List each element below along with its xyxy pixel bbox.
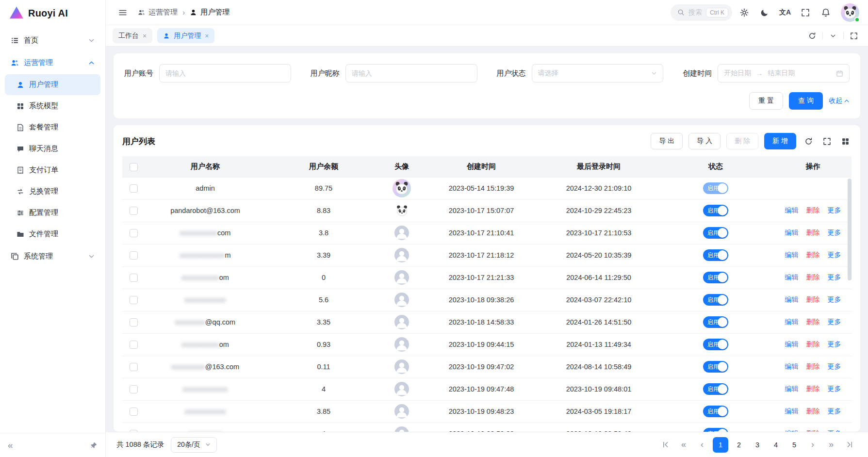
- next-page-button[interactable]: [805, 437, 820, 453]
- status-toggle[interactable]: 启用: [703, 316, 728, 328]
- sidebar-item-user-management[interactable]: 用户管理: [5, 74, 100, 95]
- row-checkbox[interactable]: [130, 408, 138, 416]
- status-toggle[interactable]: 启用: [703, 294, 728, 306]
- delete-link[interactable]: 删除: [806, 206, 820, 214]
- more-link[interactable]: 更多: [828, 385, 841, 392]
- settings-button[interactable]: [736, 4, 753, 21]
- sidebar-collapse-button[interactable]: [8, 441, 13, 450]
- breadcrumb-operations[interactable]: 运营管理: [138, 8, 178, 17]
- sidebar-item-exchange-management[interactable]: 兑换管理: [5, 181, 100, 202]
- user-avatar-menu[interactable]: [841, 3, 859, 22]
- page-2-button[interactable]: 2: [731, 437, 747, 453]
- row-checkbox[interactable]: [130, 274, 138, 282]
- row-checkbox[interactable]: [130, 207, 138, 215]
- sidebar-item-file-management[interactable]: 文件管理: [5, 224, 100, 245]
- status-toggle[interactable]: 启用: [703, 272, 728, 283]
- sidebar-item-payment-orders[interactable]: 支付订单: [5, 160, 100, 180]
- row-checkbox[interactable]: [130, 251, 138, 260]
- status-toggle[interactable]: 启用: [703, 249, 728, 261]
- row-checkbox[interactable]: [130, 341, 138, 349]
- more-link[interactable]: 更多: [828, 407, 841, 415]
- refresh-tab-button[interactable]: [805, 29, 819, 43]
- sidebar-item-package-management[interactable]: 套餐管理: [5, 117, 100, 138]
- tab-workbench[interactable]: 工作台: [113, 28, 152, 43]
- account-input[interactable]: [159, 64, 291, 82]
- more-link[interactable]: 更多: [828, 340, 841, 348]
- jump-forward-button[interactable]: [823, 437, 839, 453]
- delete-link[interactable]: 删除: [806, 362, 820, 370]
- more-link[interactable]: 更多: [828, 362, 841, 370]
- first-page-button[interactable]: [657, 437, 673, 453]
- status-select[interactable]: 请选择: [532, 64, 664, 82]
- refresh-list-button[interactable]: [802, 135, 815, 147]
- reset-button[interactable]: 重 置: [749, 92, 783, 110]
- page-4-button[interactable]: 4: [768, 437, 784, 453]
- content-fullscreen-button[interactable]: [847, 29, 861, 43]
- prev-page-button[interactable]: [694, 437, 710, 453]
- row-checkbox[interactable]: [130, 229, 138, 237]
- select-all-checkbox[interactable]: [130, 163, 138, 171]
- delete-link[interactable]: 删除: [806, 251, 820, 259]
- jump-back-button[interactable]: [676, 437, 691, 453]
- dark-mode-button[interactable]: [756, 4, 773, 21]
- sidebar-item-config-management[interactable]: 配置管理: [5, 202, 100, 223]
- row-checkbox[interactable]: [130, 385, 138, 393]
- delete-link[interactable]: 删除: [806, 340, 820, 348]
- tab-user-management[interactable]: 用户管理: [157, 28, 214, 43]
- delete-link[interactable]: 删除: [806, 429, 820, 432]
- status-toggle[interactable]: 启用: [703, 227, 728, 239]
- edit-link[interactable]: 编辑: [785, 429, 798, 432]
- status-toggle[interactable]: 启用: [703, 361, 728, 373]
- delete-link[interactable]: 删除: [806, 273, 820, 281]
- page-3-button[interactable]: 3: [750, 437, 765, 453]
- app-logo[interactable]: Ruoyi AI: [0, 0, 105, 26]
- delete-link[interactable]: 删除: [806, 228, 820, 236]
- sidebar-item-home[interactable]: 首页: [5, 29, 100, 51]
- more-link[interactable]: 更多: [828, 273, 841, 281]
- more-link[interactable]: 更多: [828, 228, 841, 236]
- last-page-button[interactable]: [842, 437, 857, 453]
- edit-link[interactable]: 编辑: [785, 295, 798, 303]
- language-button[interactable]: [777, 4, 793, 21]
- export-button[interactable]: 导 出: [651, 133, 683, 149]
- more-link[interactable]: 更多: [828, 318, 841, 326]
- row-checkbox[interactable]: [130, 430, 138, 432]
- edit-link[interactable]: 编辑: [785, 385, 798, 392]
- status-toggle[interactable]: 启用: [703, 182, 728, 194]
- more-link[interactable]: 更多: [828, 429, 841, 432]
- row-checkbox[interactable]: [130, 318, 138, 326]
- table-fullscreen-button[interactable]: [820, 135, 833, 147]
- fullscreen-button[interactable]: [797, 4, 814, 21]
- more-link[interactable]: 更多: [828, 295, 841, 303]
- sidebar-item-system-models[interactable]: 系统模型: [5, 96, 100, 116]
- delete-link[interactable]: 删除: [806, 318, 820, 326]
- row-checkbox[interactable]: [130, 296, 138, 304]
- column-settings-button[interactable]: [839, 135, 852, 147]
- page-5-button[interactable]: 5: [786, 437, 802, 453]
- search-button[interactable]: 查 询: [789, 92, 823, 110]
- page-size-select[interactable]: 20条/页: [171, 437, 216, 453]
- delete-link[interactable]: 删除: [806, 407, 820, 415]
- sidebar-item-chat-messages[interactable]: 聊天消息: [5, 138, 100, 159]
- delete-button[interactable]: 删 除: [726, 133, 758, 149]
- breadcrumb-user-management[interactable]: 用户管理: [190, 8, 229, 17]
- sidebar-item-operations[interactable]: 运营管理: [5, 51, 100, 74]
- notifications-button[interactable]: [818, 4, 834, 21]
- edit-link[interactable]: 编辑: [785, 362, 798, 370]
- edit-link[interactable]: 编辑: [785, 206, 798, 214]
- tab-options-button[interactable]: [826, 29, 840, 43]
- import-button[interactable]: 导 入: [688, 133, 721, 149]
- status-toggle[interactable]: 启用: [703, 383, 728, 395]
- status-toggle[interactable]: 启用: [703, 406, 728, 417]
- page-1-button[interactable]: 1: [713, 437, 728, 453]
- row-checkbox[interactable]: [130, 363, 138, 371]
- hamburger-menu-button[interactable]: [115, 4, 131, 21]
- status-toggle[interactable]: 启用: [703, 205, 728, 216]
- edit-link[interactable]: 编辑: [785, 318, 798, 326]
- add-button[interactable]: 新 增: [764, 133, 796, 149]
- more-link[interactable]: 更多: [828, 251, 841, 259]
- row-checkbox[interactable]: [130, 184, 138, 193]
- edit-link[interactable]: 编辑: [785, 407, 798, 415]
- edit-link[interactable]: 编辑: [785, 228, 798, 236]
- more-link[interactable]: 更多: [828, 206, 841, 214]
